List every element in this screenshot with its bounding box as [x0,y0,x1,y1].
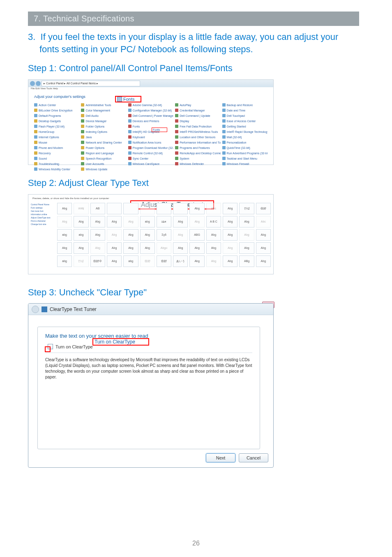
font-thumbnail: Abg [256,242,271,254]
item-icon [222,162,226,165]
item-icon [81,119,84,123]
control-panel-item: Configuration Manager (32-bit) [128,108,173,113]
font-thumbnail [173,203,188,214]
cancel-button[interactable]: Cancel [239,453,268,462]
item-label: User Accounts [85,162,104,165]
cleartype-screenshot: ✕ ClearType Text Tuner Make the text on … [28,303,274,468]
item-label: Program Download Monitor (32-bit) [133,146,173,149]
control-panel-item: Speech Recognition [81,156,126,161]
item-label: Desktop Gadgets [39,120,61,123]
item-icon [222,157,226,160]
item-icon [34,130,37,133]
item-icon [222,141,226,144]
item-label: Internet Options [39,136,59,139]
control-panel-item: Windows Defender [175,162,220,166]
control-panel-item: Troubleshooting [34,162,79,166]
item-icon [175,125,178,128]
font-thumbnail: Abg [107,242,122,254]
item-icon [81,141,84,144]
control-panel-item: Program Download Monitor (32-bit) [128,146,173,150]
item-icon [128,125,131,128]
control-panel-item: Action Center [34,103,79,107]
item-icon [175,114,178,117]
item-label: Remote Control (32-bit) [133,152,163,155]
item-icon [34,151,37,155]
control-panel-item: Windows Firewall [222,162,267,166]
item-icon [128,146,131,149]
step2-heading: Step 2: Adjust Clear Type Text [28,177,359,189]
font-thumbnail: Abg [123,216,138,227]
control-panel-item: Internet Options [34,135,79,139]
control-panel-item: Free Fall Data Protection [175,124,220,129]
font-thumbnail: 你好 [256,203,271,214]
item-icon [81,167,84,171]
font-thumbnails-grid: AbgअआइABAbgAbcAbg안녕你好AbgAbgAbgAbgAbgabgא… [57,203,271,272]
item-icon [128,162,131,165]
font-thumbnail: Abg [173,242,188,254]
item-label: Windows Update [85,168,107,171]
item-label: Default Programs [39,114,61,117]
item-label: Java [85,136,92,139]
item-label: Credential Manager [180,109,205,112]
control-panel-item: Windows Update [81,167,126,172]
item-label: Sync Center [133,157,149,160]
item-icon [128,157,131,160]
item-label: RemoteApp and Desktop Connections [180,152,220,155]
item-icon [222,119,226,123]
font-thumbnail: Abg [189,216,204,227]
font-thumbnail: あいう [173,255,188,267]
font-thumbnail: 안녕 [239,203,254,214]
font-thumbnail: Abg [189,203,204,214]
font-thumbnail: 안녕 [74,255,88,267]
control-panel-item: Remote Control (32-bit) [128,151,173,155]
control-panel-item: AutoPlay [175,103,220,107]
font-thumbnail: Abg [256,229,271,241]
item-icon [81,114,84,117]
item-label: Configuration Manager (32-bit) [133,109,172,112]
next-button[interactable]: Next [206,453,235,462]
item-icon [34,162,37,165]
item-label: Folder Options [85,125,104,128]
item-icon [128,141,131,144]
item-label: Getting Started [227,125,246,128]
item-icon [81,103,84,107]
control-panel-item: Windows Mobility Center [34,167,79,172]
font-thumbnail: Abg [239,229,254,241]
control-panel-item: Folder Options [81,124,126,129]
cleartype-description: ClearType is a software technology devel… [45,357,252,380]
item-label: Ease of Access Center [227,120,256,123]
font-thumbnail: Abg [123,229,138,241]
control-panel-item: Dell Audio [81,114,126,118]
control-panel-item: Adobe Gamma (32-bit) [128,103,173,107]
divider [45,353,252,353]
font-thumbnail: Abg [140,229,155,241]
item-label: Windows Defender [180,162,204,165]
font-thumbnail: Abg [57,203,72,214]
sidebar-link: Find a character [31,219,54,223]
control-panel-item: Credential Manager [175,108,220,113]
checkbox-row: Turn on ClearType [48,344,252,349]
font-thumbnail: Abg [74,242,88,254]
font-thumbnail: Abg [107,255,122,267]
font-thumbnail: Abgo [157,242,171,254]
item-label: Date and Time [227,109,246,112]
item-label: System [180,157,189,160]
sidebar-link: Get more font information online [31,209,54,216]
item-icon [128,130,131,133]
item-icon [128,135,131,139]
item-icon [222,130,226,133]
item-label: Adobe Gamma (32-bit) [133,104,162,107]
font-thumbnail: abg [123,255,138,267]
font-thumbnail: Abg [107,216,122,227]
item-label: Speech Recognition [85,157,111,160]
item-label: Taskbar and Start Menu [227,157,257,160]
item-label: Phone and Modem [39,146,63,149]
item-icon [222,109,226,112]
font-thumbnail: Abg [173,229,188,241]
item-label: Dell Command | Power Manager [133,114,173,117]
item-icon [81,146,84,149]
font-thumbnail: Abg [189,242,204,254]
font-thumbnail: Σγδ [157,229,171,241]
item-label: Run Advertised Programs (32-bit) [227,152,267,155]
fonts-highlight-small: Fonts [152,128,167,132]
